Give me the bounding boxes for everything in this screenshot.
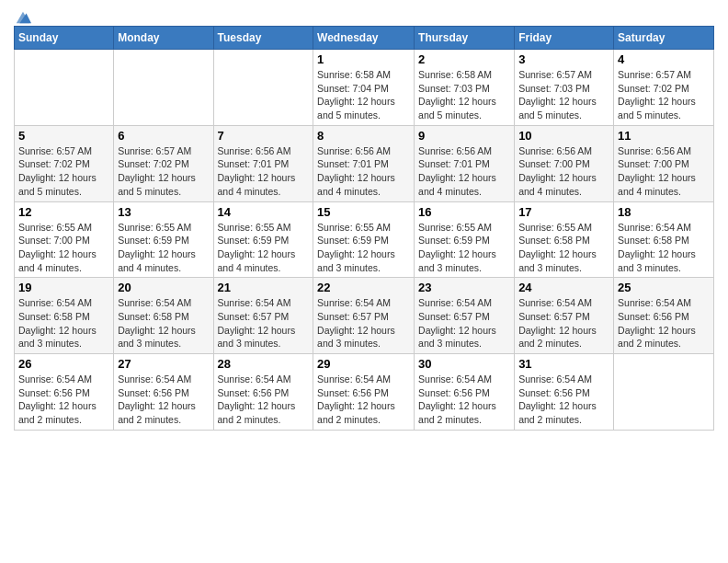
calendar-day-cell — [213, 50, 313, 126]
calendar-day-cell: 29 Sunrise: 6:54 AMSunset: 6:56 PMDaylig… — [313, 354, 415, 431]
calendar-day-cell: 28 Sunrise: 6:54 AMSunset: 6:56 PMDaylig… — [213, 354, 313, 431]
calendar-day-cell: 2 Sunrise: 6:58 AMSunset: 7:03 PMDayligh… — [415, 50, 515, 126]
calendar-day-cell: 22 Sunrise: 6:54 AMSunset: 6:57 PMDaylig… — [313, 278, 415, 354]
day-number: 17 — [518, 205, 609, 219]
calendar-day-cell: 8 Sunrise: 6:56 AMSunset: 7:01 PMDayligh… — [313, 125, 415, 201]
weekday-header-cell: Friday — [515, 27, 614, 50]
calendar-day-cell: 27 Sunrise: 6:54 AMSunset: 6:56 PMDaylig… — [114, 354, 213, 431]
weekday-header-cell: Tuesday — [213, 27, 313, 50]
day-number: 28 — [218, 357, 310, 371]
day-number: 21 — [218, 281, 310, 294]
day-info: Sunrise: 6:55 AMSunset: 6:59 PMDaylight:… — [418, 222, 496, 273]
day-info: Sunrise: 6:56 AMSunset: 7:01 PMDaylight:… — [218, 145, 296, 197]
day-number: 19 — [18, 281, 109, 294]
day-info: Sunrise: 6:55 AMSunset: 6:59 PMDaylight:… — [118, 222, 196, 273]
day-number: 5 — [18, 129, 109, 143]
day-info: Sunrise: 6:54 AMSunset: 6:56 PMDaylight:… — [118, 373, 196, 425]
day-info: Sunrise: 6:54 AMSunset: 6:56 PMDaylight:… — [18, 373, 97, 425]
day-info: Sunrise: 6:54 AMSunset: 6:57 PMDaylight:… — [317, 297, 395, 349]
day-info: Sunrise: 6:54 AMSunset: 6:57 PMDaylight:… — [418, 297, 496, 349]
day-info: Sunrise: 6:58 AMSunset: 7:04 PMDaylight:… — [317, 69, 395, 121]
day-info: Sunrise: 6:54 AMSunset: 6:56 PMDaylight:… — [618, 297, 696, 349]
calendar-day-cell: 17 Sunrise: 6:55 AMSunset: 6:58 PMDaylig… — [515, 201, 614, 278]
calendar-week-row: 19 Sunrise: 6:54 AMSunset: 6:58 PMDaylig… — [15, 278, 714, 354]
calendar-day-cell: 6 Sunrise: 6:57 AMSunset: 7:02 PMDayligh… — [114, 125, 213, 201]
day-info: Sunrise: 6:55 AMSunset: 6:59 PMDaylight:… — [317, 222, 395, 273]
day-info: Sunrise: 6:56 AMSunset: 7:01 PMDaylight:… — [418, 145, 496, 197]
calendar-day-cell: 16 Sunrise: 6:55 AMSunset: 6:59 PMDaylig… — [415, 201, 515, 278]
day-number: 30 — [418, 357, 510, 371]
calendar-day-cell: 23 Sunrise: 6:54 AMSunset: 6:57 PMDaylig… — [415, 278, 515, 354]
weekday-header-row: SundayMondayTuesdayWednesdayThursdayFrid… — [15, 27, 714, 50]
calendar-day-cell: 3 Sunrise: 6:57 AMSunset: 7:03 PMDayligh… — [515, 50, 614, 126]
day-number: 18 — [618, 205, 710, 219]
calendar-day-cell: 30 Sunrise: 6:54 AMSunset: 6:56 PMDaylig… — [415, 354, 515, 431]
calendar-day-cell: 1 Sunrise: 6:58 AMSunset: 7:04 PMDayligh… — [313, 50, 415, 126]
calendar-day-cell — [15, 50, 114, 126]
day-info: Sunrise: 6:57 AMSunset: 7:02 PMDaylight:… — [618, 69, 696, 121]
calendar-day-cell: 25 Sunrise: 6:54 AMSunset: 6:56 PMDaylig… — [614, 278, 714, 354]
day-number: 16 — [418, 205, 510, 219]
day-number: 22 — [317, 281, 410, 294]
calendar-day-cell: 20 Sunrise: 6:54 AMSunset: 6:58 PMDaylig… — [114, 278, 213, 354]
weekday-header-cell: Thursday — [415, 27, 515, 50]
day-info: Sunrise: 6:54 AMSunset: 6:56 PMDaylight:… — [317, 373, 395, 425]
day-number: 29 — [317, 357, 410, 371]
day-info: Sunrise: 6:54 AMSunset: 6:58 PMDaylight:… — [618, 222, 696, 273]
day-info: Sunrise: 6:55 AMSunset: 6:59 PMDaylight:… — [218, 222, 296, 273]
calendar-day-cell: 10 Sunrise: 6:56 AMSunset: 7:00 PMDaylig… — [515, 125, 614, 201]
day-info: Sunrise: 6:55 AMSunset: 7:00 PMDaylight:… — [18, 222, 97, 273]
calendar-table: SundayMondayTuesdayWednesdayThursdayFrid… — [14, 26, 714, 431]
day-number: 11 — [618, 129, 710, 143]
day-number: 12 — [18, 205, 109, 219]
calendar-day-cell — [614, 354, 714, 431]
day-number: 26 — [18, 357, 109, 371]
calendar-day-cell: 19 Sunrise: 6:54 AMSunset: 6:58 PMDaylig… — [15, 278, 114, 354]
day-number: 2 — [418, 52, 510, 66]
day-number: 1 — [317, 52, 410, 66]
calendar-day-cell: 31 Sunrise: 6:54 AMSunset: 6:56 PMDaylig… — [515, 354, 614, 431]
calendar-day-cell: 26 Sunrise: 6:54 AMSunset: 6:56 PMDaylig… — [15, 354, 114, 431]
calendar-day-cell: 12 Sunrise: 6:55 AMSunset: 7:00 PMDaylig… — [15, 201, 114, 278]
calendar-day-cell: 15 Sunrise: 6:55 AMSunset: 6:59 PMDaylig… — [313, 201, 415, 278]
day-number: 8 — [317, 129, 410, 143]
weekday-header-cell: Wednesday — [313, 27, 415, 50]
day-number: 20 — [118, 281, 209, 294]
calendar-day-cell: 5 Sunrise: 6:57 AMSunset: 7:02 PMDayligh… — [15, 125, 114, 201]
calendar-day-cell — [114, 50, 213, 126]
day-info: Sunrise: 6:57 AMSunset: 7:02 PMDaylight:… — [118, 145, 196, 197]
day-number: 14 — [218, 205, 310, 219]
logo — [14, 13, 31, 20]
calendar-day-cell: 9 Sunrise: 6:56 AMSunset: 7:01 PMDayligh… — [415, 125, 515, 201]
calendar-week-row: 1 Sunrise: 6:58 AMSunset: 7:04 PMDayligh… — [15, 50, 714, 126]
calendar-day-cell: 14 Sunrise: 6:55 AMSunset: 6:59 PMDaylig… — [213, 201, 313, 278]
calendar-day-cell: 11 Sunrise: 6:56 AMSunset: 7:00 PMDaylig… — [614, 125, 714, 201]
weekday-header-cell: Sunday — [15, 27, 114, 50]
day-number: 6 — [118, 129, 209, 143]
calendar-week-row: 5 Sunrise: 6:57 AMSunset: 7:02 PMDayligh… — [15, 125, 714, 201]
day-number: 9 — [418, 129, 510, 143]
calendar-week-row: 26 Sunrise: 6:54 AMSunset: 6:56 PMDaylig… — [15, 354, 714, 431]
day-info: Sunrise: 6:58 AMSunset: 7:03 PMDaylight:… — [418, 69, 496, 121]
calendar-day-cell: 18 Sunrise: 6:54 AMSunset: 6:58 PMDaylig… — [614, 201, 714, 278]
calendar-day-cell: 7 Sunrise: 6:56 AMSunset: 7:01 PMDayligh… — [213, 125, 313, 201]
day-number: 31 — [518, 357, 609, 371]
logo-icon — [15, 9, 31, 26]
calendar-day-cell: 21 Sunrise: 6:54 AMSunset: 6:57 PMDaylig… — [213, 278, 313, 354]
calendar-week-row: 12 Sunrise: 6:55 AMSunset: 7:00 PMDaylig… — [15, 201, 714, 278]
day-number: 25 — [618, 281, 710, 294]
day-number: 3 — [518, 52, 609, 66]
calendar-body: 1 Sunrise: 6:58 AMSunset: 7:04 PMDayligh… — [15, 50, 714, 431]
day-info: Sunrise: 6:56 AMSunset: 7:00 PMDaylight:… — [518, 145, 597, 197]
day-info: Sunrise: 6:54 AMSunset: 6:57 PMDaylight:… — [518, 297, 597, 349]
page-header — [14, 9, 714, 20]
day-number: 23 — [418, 281, 510, 294]
day-number: 13 — [118, 205, 209, 219]
day-info: Sunrise: 6:56 AMSunset: 7:00 PMDaylight:… — [618, 145, 696, 197]
weekday-header-cell: Monday — [114, 27, 213, 50]
day-info: Sunrise: 6:54 AMSunset: 6:56 PMDaylight:… — [518, 373, 597, 425]
day-number: 4 — [618, 52, 710, 66]
day-info: Sunrise: 6:57 AMSunset: 7:03 PMDaylight:… — [518, 69, 597, 121]
day-info: Sunrise: 6:54 AMSunset: 6:56 PMDaylight:… — [218, 373, 296, 425]
day-number: 7 — [218, 129, 310, 143]
